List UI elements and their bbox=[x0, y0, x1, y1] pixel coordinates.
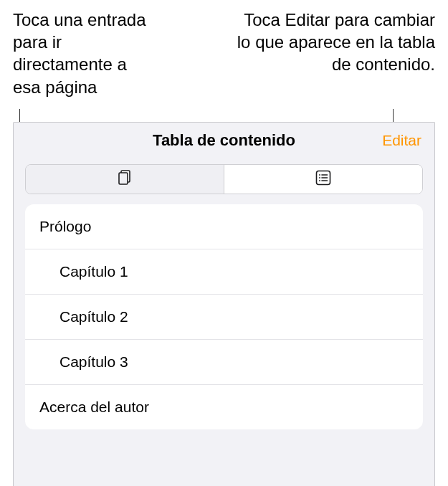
pages-icon bbox=[115, 168, 135, 191]
toc-entry[interactable]: Capítulo 3 bbox=[25, 340, 423, 385]
segment-thumbnails[interactable] bbox=[26, 165, 224, 194]
toc-entry[interactable]: Prólogo bbox=[25, 204, 423, 249]
svg-point-3 bbox=[319, 174, 320, 176]
toc-entry[interactable]: Acerca del autor bbox=[25, 385, 423, 429]
callout-tap-entry: Toca una entrada para ir directamente a … bbox=[13, 9, 156, 115]
callout-tap-edit: Toca Editar para cambiar lo que aparece … bbox=[234, 9, 435, 115]
svg-point-5 bbox=[319, 177, 320, 178]
view-segmented-control bbox=[25, 164, 423, 194]
list-icon bbox=[313, 168, 333, 191]
toc-entry[interactable]: Capítulo 1 bbox=[25, 249, 423, 295]
edit-button[interactable]: Editar bbox=[382, 132, 421, 149]
toc-list: Prólogo Capítulo 1 Capítulo 2 Capítulo 3… bbox=[25, 204, 423, 429]
panel-header: Tabla de contenido Editar bbox=[14, 123, 434, 158]
toc-panel: Tabla de contenido Editar bbox=[13, 122, 435, 486]
svg-point-7 bbox=[319, 180, 320, 181]
segment-toc[interactable] bbox=[224, 165, 422, 194]
panel-title: Tabla de contenido bbox=[153, 131, 295, 150]
toc-entry[interactable]: Capítulo 2 bbox=[25, 295, 423, 340]
svg-rect-1 bbox=[119, 173, 128, 184]
